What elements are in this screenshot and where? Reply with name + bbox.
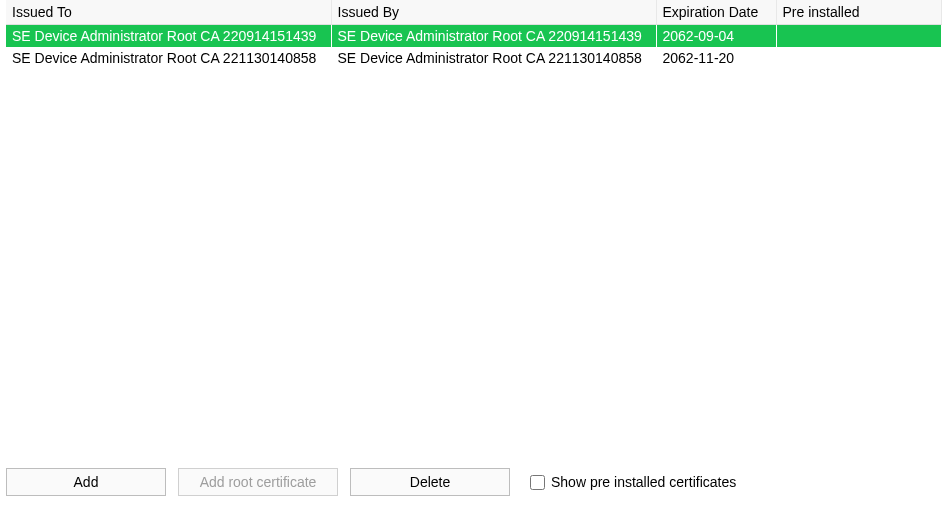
table-header-row: Issued To Issued By Expiration Date Pre … [6, 0, 942, 25]
button-bar: Add Add root certificate Delete Show pre… [0, 462, 942, 508]
cell-issued-to: SE Device Administrator Root CA 22091415… [6, 25, 331, 48]
table-row[interactable]: SE Device Administrator Root CA 22091415… [6, 25, 942, 48]
add-root-certificate-button: Add root certificate [178, 468, 338, 496]
cell-pre-installed [776, 25, 942, 48]
column-header-expiration-date[interactable]: Expiration Date [656, 0, 776, 25]
cell-expiration-date: 2062-11-20 [656, 47, 776, 69]
cell-pre-installed [776, 47, 942, 69]
show-pre-installed-wrap: Show pre installed certificates [530, 474, 736, 490]
add-button[interactable]: Add [6, 468, 166, 496]
cell-issued-to: SE Device Administrator Root CA 22113014… [6, 47, 331, 69]
certificate-table-area: Issued To Issued By Expiration Date Pre … [0, 0, 942, 462]
show-pre-installed-checkbox[interactable] [530, 475, 545, 490]
cell-expiration-date: 2062-09-04 [656, 25, 776, 48]
cell-issued-by: SE Device Administrator Root CA 22113014… [331, 47, 656, 69]
column-header-pre-installed[interactable]: Pre installed [776, 0, 942, 25]
column-header-issued-by[interactable]: Issued By [331, 0, 656, 25]
delete-button[interactable]: Delete [350, 468, 510, 496]
cell-issued-by: SE Device Administrator Root CA 22091415… [331, 25, 656, 48]
column-header-issued-to[interactable]: Issued To [6, 0, 331, 25]
certificate-table: Issued To Issued By Expiration Date Pre … [6, 0, 942, 69]
table-row[interactable]: SE Device Administrator Root CA 22113014… [6, 47, 942, 69]
show-pre-installed-label[interactable]: Show pre installed certificates [551, 474, 736, 490]
